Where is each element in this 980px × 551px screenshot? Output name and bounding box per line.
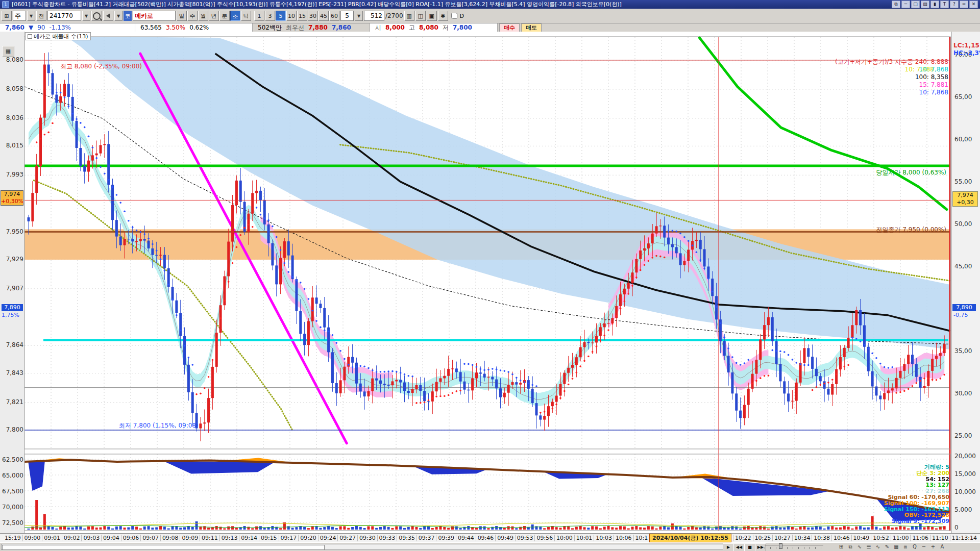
status-tool-icon[interactable]: ∿	[874, 543, 882, 550]
playback-button[interactable]: ◀◀	[733, 543, 745, 551]
time-axis-label: 09:24	[318, 535, 336, 541]
interval-button-45[interactable]: 45	[318, 11, 329, 21]
mix-chart-button[interactable]: ◫	[415, 11, 426, 21]
window-button[interactable]: ▤	[921, 1, 929, 8]
volume-obv-legend: 거래량: 5단순 3: 20054: 15213: 12727: 268Sign…	[884, 464, 949, 524]
compare-chart-button[interactable]: ▥	[404, 11, 414, 21]
save-button[interactable]: ▣	[427, 11, 437, 21]
time-axis-label: 09:02	[62, 535, 80, 541]
interval-button-3[interactable]: 3	[265, 11, 275, 21]
ma-legend-line: 15: 7,881	[835, 81, 948, 89]
period-button-초[interactable]: 초	[230, 11, 240, 21]
code-dropdown-arrow[interactable]: ▼	[82, 11, 90, 21]
right-axis-label: 65,00	[954, 93, 972, 101]
window-button[interactable]: ▮	[930, 1, 939, 8]
right-axis-label: 35,00	[954, 347, 972, 355]
status-tool-icon[interactable]: −	[920, 543, 928, 550]
status-tool-icon[interactable]: ⊞	[837, 543, 845, 550]
app-icon: 1	[2, 1, 9, 8]
ma-legend-line: 10: 7,868	[835, 89, 948, 96]
period-button-분[interactable]: 분	[219, 11, 230, 21]
grid-settings-button[interactable]: ▦	[2, 46, 14, 57]
title-bar: 1 [0601] 주식종합차트 - 유통비율[41.2] 거래대금[502(백만…	[0, 0, 980, 9]
prev-button[interactable]: 전	[36, 11, 46, 21]
interval-button-10[interactable]: 10	[286, 11, 297, 21]
window-button[interactable]: ─	[901, 1, 910, 8]
playback-button[interactable]: ▶	[723, 543, 734, 551]
sound-dropdown-arrow[interactable]: ▼	[114, 11, 122, 21]
search-button[interactable]	[91, 11, 102, 21]
interval-button-30[interactable]: 30	[308, 11, 318, 21]
status-bar: ▶◀◀■▶▶ ⊞⧉∿☰∿✎▦⧈Q−+A	[0, 542, 980, 551]
volume-value: 63,565	[140, 24, 162, 31]
period-button-년[interactable]: 년	[209, 11, 219, 21]
code-input[interactable]: 241770	[47, 11, 81, 21]
period-button-주[interactable]: 주	[187, 11, 198, 21]
status-tool-icon[interactable]: ⧉	[846, 543, 854, 550]
status-tool-icon[interactable]: A	[938, 543, 946, 550]
right-crosshair-pct: +0,30	[953, 199, 977, 206]
stock-name-field[interactable]: 메카로	[133, 11, 176, 21]
time-axis-label: 09:37	[416, 535, 435, 541]
window-button[interactable]: ━	[960, 1, 968, 8]
buy-button[interactable]: 매수	[499, 23, 520, 32]
bar-count-input[interactable]: 512	[364, 11, 384, 21]
sub-right-axis-label: 5,000	[954, 506, 972, 513]
right-axis-label: 25,00	[954, 432, 972, 439]
status-tool-icon[interactable]: ☰	[865, 543, 873, 550]
playback-button[interactable]: ■	[744, 543, 755, 551]
status-tool-icon[interactable]: ✎	[883, 543, 891, 550]
d-checkbox-label: D	[460, 13, 464, 19]
sound-button[interactable]	[103, 11, 113, 21]
right-indicator-sub: -0,75	[953, 312, 968, 318]
status-tool-icon[interactable]: ∿	[855, 543, 864, 550]
time-axis-label: 10:00	[554, 535, 573, 541]
time-axis-label: 09:13	[219, 535, 238, 541]
interval-button-5[interactable]: 5	[276, 11, 286, 21]
horizontal-scrollbar[interactable]	[1, 544, 741, 550]
period-button-일[interactable]: 일	[177, 11, 187, 21]
window-button[interactable]: □	[911, 1, 920, 8]
zoom-select-arrow[interactable]: ▼	[355, 11, 363, 21]
indicator-label: 메카로 매물대 수(13)	[34, 33, 88, 40]
sub-left-axis-label: 65,000	[1, 472, 23, 479]
status-tool-icon[interactable]: Q	[911, 543, 919, 550]
d-checkbox[interactable]	[451, 13, 457, 19]
scrollbar-thumb[interactable]	[2, 545, 325, 550]
status-tool-icon[interactable]: +	[929, 543, 937, 550]
window-button[interactable]: T	[940, 1, 949, 8]
interval-button-1[interactable]: 1	[254, 11, 264, 21]
open-value: 8,000	[385, 24, 405, 31]
window-title: [0601] 주식종합차트 - 유통비율[41.2] 거래대금[502(백만)]…	[12, 1, 622, 8]
window-button[interactable]: ?	[950, 1, 959, 8]
settings-button[interactable]: ✱	[438, 11, 448, 21]
speed-slider[interactable]	[765, 545, 823, 549]
period-button-월[interactable]: 월	[198, 11, 208, 21]
time-axis-label: 11:00	[891, 535, 909, 541]
indicator-label-box[interactable]: 메카로 매물대 수(13)	[25, 32, 91, 40]
window-button[interactable]: ⧉	[892, 1, 900, 8]
chart-canvas[interactable]	[0, 32, 980, 533]
time-axis[interactable]: 15:1909:0009:0109:0209:0309:0409:0609:07…	[0, 533, 980, 542]
right-axis-label: 30,00	[954, 390, 972, 397]
market-select-arrow[interactable]: ▼	[27, 11, 35, 21]
zoom-select[interactable]: 5	[340, 11, 354, 21]
interval-button-15[interactable]: 15	[297, 11, 307, 21]
window-switch-button[interactable]: ⊞	[2, 11, 12, 21]
time-axis-label: 09:04	[101, 535, 119, 541]
right-crosshair-price-badge: 7,974 +0,30	[952, 191, 978, 207]
window-button[interactable]: ✕	[969, 1, 978, 8]
interval-button-60[interactable]: 60	[329, 11, 339, 21]
period-button-틱[interactable]: 틱	[241, 11, 251, 21]
ohl-block: 시 8,000 고 8,080 저 7,800	[370, 23, 498, 32]
time-axis-label: 11:06	[910, 535, 928, 541]
open-label: 시	[375, 23, 381, 32]
status-tool-icon[interactable]: ⧈	[901, 543, 910, 550]
time-axis-label: 09:11	[200, 535, 218, 541]
sell-button[interactable]: 매도	[521, 23, 542, 32]
time-axis-label: 09:15	[259, 535, 277, 541]
market-select[interactable]: 주	[13, 11, 26, 21]
time-axis-label: 10:34	[792, 535, 811, 541]
status-tool-icon[interactable]: ▦	[892, 543, 900, 550]
right-axis-label: 60,00	[954, 136, 972, 143]
